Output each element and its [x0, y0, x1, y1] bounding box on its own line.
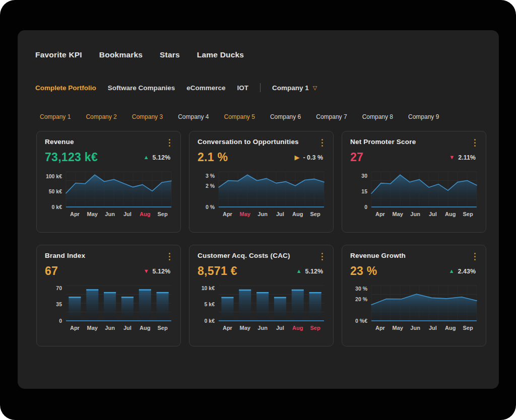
nav-item-bookmarks[interactable]: Bookmarks	[99, 50, 143, 59]
tab-company-5[interactable]: Company 5	[224, 113, 255, 120]
svg-text:Sep: Sep	[157, 211, 167, 217]
svg-text:May: May	[240, 211, 251, 217]
kpi-card-title: Net Promoter Score	[350, 138, 416, 146]
svg-text:May: May	[393, 325, 404, 331]
trend-label: 2.43%	[458, 268, 476, 275]
kebab-menu-icon[interactable]	[167, 138, 172, 148]
trend-label: 2.11%	[458, 154, 476, 161]
tab-company-9[interactable]: Company 9	[408, 113, 439, 120]
kpi-card-brand-index: Brand Index 67 ▼ 5.12% 03570AprMayJunJul…	[36, 245, 181, 346]
svg-text:Aug: Aug	[292, 211, 303, 217]
kpi-value: 8,571 €	[198, 264, 237, 278]
svg-text:Jun: Jun	[257, 211, 268, 217]
svg-text:Sep: Sep	[310, 325, 320, 331]
svg-text:Jul: Jul	[123, 211, 132, 217]
kpi-card-net-promoter-score: Net Promoter Score 27 ▼ 2.11% 01530AprMa…	[342, 131, 486, 233]
svg-text:Aug: Aug	[292, 325, 303, 331]
trend-indicator: ▲ 2.43%	[449, 268, 476, 275]
kebab-menu-icon[interactable]	[472, 138, 478, 148]
kpi-bar-chart: 0 k€5 k€10 k€AprMayJunJulAugSep	[198, 282, 326, 333]
kebab-menu-icon[interactable]	[167, 252, 172, 261]
portfolio-item-software-companies[interactable]: Software Companies	[108, 84, 175, 92]
kebab-menu-icon[interactable]	[472, 252, 478, 261]
kpi-card-title: Conversation to Opportunities	[198, 138, 299, 146]
svg-text:0 k€: 0 k€	[52, 204, 62, 210]
kpi-area-chart: 01530AprMayJunJulAugSep	[350, 168, 479, 219]
svg-text:Jun: Jun	[257, 325, 268, 331]
svg-text:May: May	[87, 325, 98, 331]
svg-text:May: May	[393, 211, 404, 217]
company-tabs: Company 1Company 2Company 3Company 4Comp…	[40, 113, 439, 120]
svg-text:Apr: Apr	[375, 325, 385, 331]
svg-text:Aug: Aug	[140, 211, 150, 217]
svg-text:Jun: Jun	[105, 325, 115, 331]
svg-text:30: 30	[361, 173, 367, 179]
tab-company-1[interactable]: Company 1	[40, 113, 71, 120]
kebab-menu-icon[interactable]	[319, 138, 325, 148]
svg-text:35: 35	[56, 301, 62, 307]
svg-text:50 k€: 50 k€	[49, 188, 62, 194]
svg-text:Jun: Jun	[410, 325, 420, 331]
trend-indicator: ▼ 2.11%	[449, 154, 476, 161]
kpi-value: 73,123 k€	[45, 151, 98, 164]
svg-text:Apr: Apr	[70, 211, 80, 217]
trend-label: 5.12%	[153, 154, 170, 161]
kpi-value: 2.1 %	[198, 151, 228, 164]
svg-text:Apr: Apr	[375, 211, 385, 217]
svg-text:0: 0	[59, 318, 62, 324]
kpi-value-row: 2.1 % ▶ - 0.3 %	[198, 151, 325, 164]
top-nav: Favorite KPIBookmarksStarsLame Ducks	[35, 50, 244, 59]
company-selector-dropdown[interactable]: Company 1▽	[272, 84, 317, 92]
tab-company-3[interactable]: Company 3	[132, 113, 163, 120]
portfolio-item-complete-portfolio[interactable]: Complete Portfolio	[35, 84, 96, 92]
svg-text:15: 15	[361, 188, 367, 194]
chevron-down-icon: ▽	[313, 85, 317, 91]
svg-text:0 k€: 0 k€	[205, 318, 215, 324]
trend-indicator: ▼ 5.12%	[144, 268, 170, 275]
svg-text:Jun: Jun	[410, 211, 420, 217]
trend-label: - 0.3 %	[303, 154, 323, 161]
trend-indicator: ▲ 5.12%	[296, 268, 323, 275]
portfolio-nav: Complete PortfolioSoftware CompanieseCom…	[35, 83, 317, 92]
svg-text:Sep: Sep	[157, 325, 167, 331]
nav-item-stars[interactable]: Stars	[160, 50, 180, 59]
kebab-menu-icon[interactable]	[319, 252, 325, 261]
app-background: Favorite KPIBookmarksStarsLame Ducks Com…	[0, 0, 516, 420]
kpi-card-header: Revenue Growth	[350, 252, 478, 261]
svg-text:0 %: 0 %	[206, 204, 215, 210]
nav-item-lame-ducks[interactable]: Lame Ducks	[197, 50, 244, 59]
svg-text:20 %: 20 %	[355, 296, 368, 302]
kpi-value-row: 73,123 k€ ▲ 5.12%	[45, 151, 172, 164]
kpi-card-title: Brand Index	[45, 252, 85, 259]
tab-company-2[interactable]: Company 2	[86, 113, 116, 120]
tab-company-6[interactable]: Company 6	[270, 113, 301, 120]
kpi-value-row: 67 ▼ 5.12%	[45, 264, 172, 278]
vertical-divider	[260, 83, 261, 92]
svg-text:Sep: Sep	[463, 211, 473, 217]
trend-right-icon: ▶	[294, 154, 299, 161]
svg-text:May: May	[87, 211, 98, 217]
trend-label: 5.12%	[153, 268, 170, 275]
trend-down-icon: ▼	[449, 155, 455, 160]
svg-text:Jul: Jul	[429, 211, 437, 217]
kpi-value-row: 27 ▼ 2.11%	[350, 151, 478, 164]
svg-text:Jul: Jul	[123, 325, 132, 331]
svg-text:30 %: 30 %	[355, 286, 368, 292]
portfolio-item-ecommerce[interactable]: eCommerce	[186, 84, 225, 92]
tab-company-4[interactable]: Company 4	[178, 113, 209, 120]
svg-text:100 k€: 100 k€	[46, 173, 62, 179]
kpi-card-revenue: Revenue 73,123 k€ ▲ 5.12% 0 k€50 k€100 k…	[36, 131, 181, 233]
svg-text:0 %€: 0 %€	[355, 318, 367, 324]
kpi-card-customer-acq-costs: Customer Acq. Costs (CAC) 8,571 € ▲ 5.12…	[189, 245, 334, 346]
kpi-card-conversation-to-opportunities: Conversation to Opportunities 2.1 % ▶ - …	[189, 131, 334, 233]
tab-company-8[interactable]: Company 8	[362, 113, 393, 120]
portfolio-item-iot[interactable]: IOT	[237, 84, 249, 92]
kpi-card-header: Conversation to Opportunities	[198, 138, 325, 148]
nav-item-favorite-kpi[interactable]: Favorite KPI	[35, 50, 82, 59]
svg-text:Apr: Apr	[223, 211, 233, 217]
svg-text:Sep: Sep	[463, 325, 473, 331]
kpi-area-chart: 0 k€50 k€100 k€AprMayJunJulAugSep	[45, 168, 173, 219]
kpi-card-title: Revenue Growth	[350, 252, 406, 259]
tab-company-7[interactable]: Company 7	[316, 113, 347, 120]
kpi-card-header: Customer Acq. Costs (CAC)	[198, 252, 325, 261]
